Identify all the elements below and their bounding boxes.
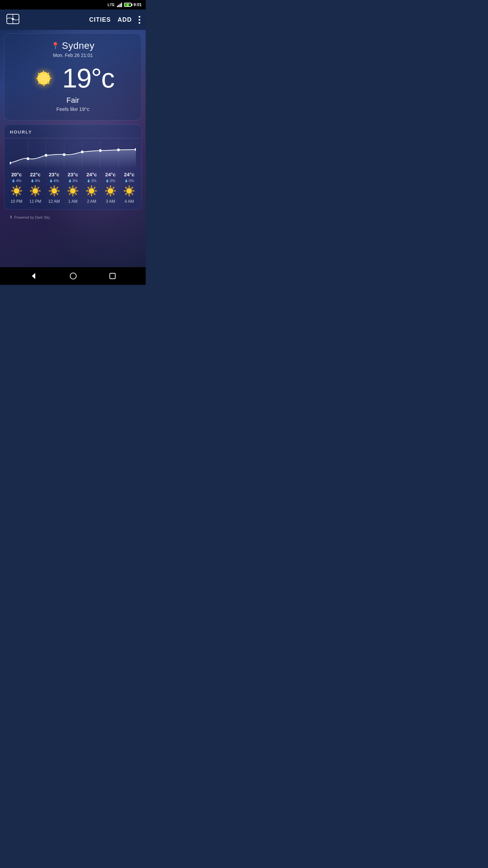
svg-line-52 [69, 187, 70, 188]
recents-button[interactable] [109, 273, 116, 279]
add-button[interactable]: ADD [118, 16, 132, 23]
svg-point-62 [108, 188, 113, 194]
powered-by: ⬇ Powered by Dark Sky [4, 213, 142, 221]
hour-column: 20°c 💧4% 10 PM [7, 172, 26, 204]
hour-rain: 💧4% [30, 179, 40, 183]
svg-point-11 [45, 154, 47, 157]
hour-rain: 💧3% [68, 179, 78, 183]
weather-condition: Fair [10, 96, 136, 105]
svg-point-13 [81, 151, 84, 153]
app-bar: CITIES ADD [0, 9, 146, 30]
svg-rect-82 [110, 273, 115, 279]
svg-line-68 [107, 194, 108, 195]
hour-temp: 20°c [11, 172, 22, 177]
clock: 9:01 [134, 2, 142, 7]
svg-point-26 [33, 188, 38, 194]
city-name: 📍 Sydney [10, 40, 136, 51]
home-button[interactable] [69, 272, 77, 280]
logo-icon[interactable] [5, 12, 20, 28]
bottom-nav [0, 267, 146, 285]
svg-line-48 [76, 194, 77, 195]
hour-temp: 22°c [30, 172, 41, 177]
status-bar: LTE ⚡ 9:01 [0, 0, 146, 9]
hour-rain: 💧0% [124, 179, 134, 183]
signal-icon [117, 2, 122, 7]
hour-temp: 23°c [49, 172, 59, 177]
svg-point-71 [126, 188, 132, 194]
weather-icon [32, 66, 56, 90]
svg-line-55 [94, 187, 95, 188]
svg-line-30 [38, 194, 39, 195]
svg-line-50 [69, 194, 70, 195]
hour-sun-icon [85, 185, 98, 197]
weather-card: 📍 Sydney Mon. Feb 26 21:01 19°c Fair Fee… [4, 33, 142, 120]
svg-line-23 [13, 194, 14, 195]
hour-sun-icon [104, 185, 117, 197]
hour-temp: 24°c [105, 172, 116, 177]
svg-line-59 [88, 194, 89, 195]
svg-line-57 [94, 194, 95, 195]
svg-marker-80 [32, 273, 35, 279]
hour-time: 12 AM [48, 199, 60, 204]
hour-temp: 23°c [67, 172, 78, 177]
date-time: Mon. Feb 26 21:01 [10, 53, 136, 58]
svg-point-35 [52, 188, 57, 194]
svg-line-41 [50, 194, 52, 195]
hour-sun-icon [123, 185, 135, 197]
hour-time: 2 AM [87, 199, 96, 204]
main-content: 📍 Sydney Mon. Feb 26 21:01 19°c Fair Fee… [0, 30, 146, 267]
hourly-chart [4, 138, 141, 168]
svg-line-61 [88, 187, 89, 188]
svg-point-10 [27, 157, 29, 160]
hour-sun-icon [67, 185, 79, 197]
svg-line-25 [13, 187, 14, 188]
hour-time: 1 AM [68, 199, 77, 204]
hour-rain: 💧0% [105, 179, 115, 183]
feels-like: Feels like 19°c [10, 106, 136, 112]
hour-column: 24°c 💧0% 4 AM [120, 172, 139, 204]
hour-rain: 💧4% [12, 179, 21, 183]
svg-line-75 [132, 194, 133, 195]
temperature: 19°c [62, 65, 114, 92]
svg-point-44 [70, 188, 76, 194]
hour-column: 22°c 💧4% 11 PM [26, 172, 44, 204]
svg-line-37 [57, 187, 58, 188]
hour-column: 24°c 💧0% 3 AM [101, 172, 120, 204]
cities-button[interactable]: CITIES [89, 16, 111, 23]
hour-sun-icon [11, 185, 23, 197]
svg-line-70 [107, 187, 108, 188]
svg-point-53 [89, 188, 94, 194]
svg-point-15 [117, 149, 120, 151]
more-options-button[interactable] [139, 16, 140, 24]
svg-point-2 [12, 18, 14, 20]
hour-column: 24°c 💧3% 2 AM [82, 172, 101, 204]
hour-time: 3 AM [106, 199, 115, 204]
svg-line-32 [32, 194, 33, 195]
battery-icon: ⚡ [124, 3, 131, 7]
hour-time: 11 PM [29, 199, 41, 204]
svg-line-43 [50, 187, 52, 188]
location-pin-icon: 📍 [51, 42, 60, 50]
hour-temp: 24°c [124, 172, 135, 177]
svg-line-21 [19, 194, 20, 195]
hour-time: 10 PM [11, 199, 22, 204]
back-button[interactable] [30, 272, 37, 280]
svg-point-14 [99, 149, 102, 152]
hourly-title: HOURLY [4, 130, 141, 138]
hour-temp: 24°c [86, 172, 97, 177]
hour-rain: 💧4% [49, 179, 59, 183]
svg-point-17 [14, 188, 19, 194]
svg-line-79 [126, 187, 127, 188]
svg-line-19 [19, 187, 20, 188]
app-bar-actions: CITIES ADD [89, 16, 140, 24]
temp-row: 19°c [10, 65, 136, 92]
svg-line-77 [126, 194, 127, 195]
svg-line-34 [32, 187, 33, 188]
lte-indicator: LTE [108, 3, 115, 7]
hour-column: 23°c 💧3% 1 AM [63, 172, 82, 204]
svg-line-66 [113, 194, 114, 195]
hour-time: 4 AM [125, 199, 134, 204]
hour-sun-icon [48, 185, 60, 197]
hourly-card: HOURLY [4, 124, 142, 210]
hour-rain: 💧3% [87, 179, 97, 183]
